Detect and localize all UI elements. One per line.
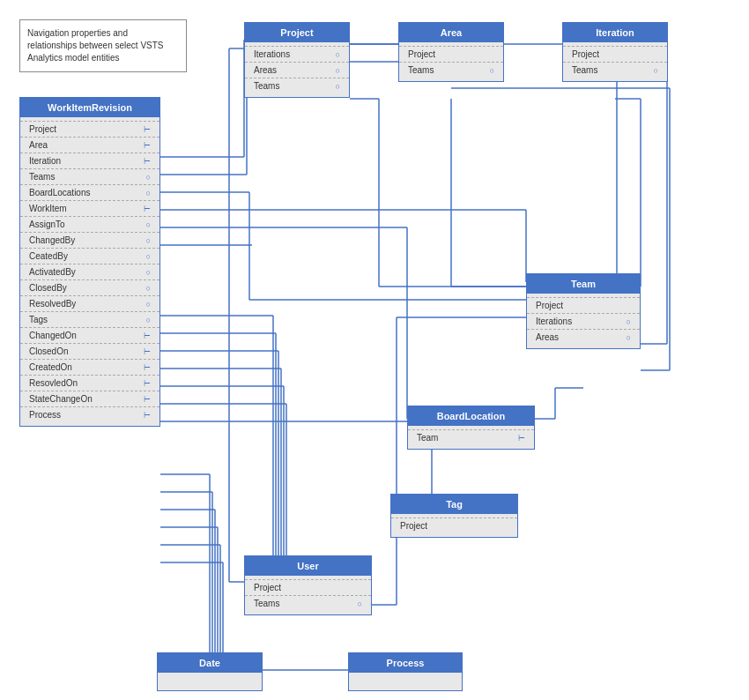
entity-boardlocation-header: BoardLocation (408, 406, 534, 426)
entity-process-body (349, 673, 462, 690)
field-wir-closedon: ClosedOn⊢ (20, 343, 159, 359)
entity-area: Area Project Teams○ (398, 22, 504, 82)
entity-user: User Project Teams○ (244, 555, 372, 615)
field-wir-createdon: CreatedOn⊢ (20, 359, 159, 375)
entity-workitemrevision: WorkItemRevision Project⊢ Area⊢ Iteratio… (19, 97, 160, 427)
field-proj-areas: Areas○ (245, 62, 349, 78)
field-wir-closedby: ClosedBy○ (20, 279, 159, 295)
entity-workitemrevision-header: WorkItemRevision (20, 98, 159, 117)
entity-user-header: User (245, 556, 371, 576)
field-wir-process: Process⊢ (20, 406, 159, 422)
field-team-project: Project (527, 297, 640, 313)
field-wir-boardlocations: BoardLocations○ (20, 184, 159, 200)
entity-area-header: Area (399, 23, 503, 42)
entity-project-header: Project (245, 23, 349, 42)
field-wir-project: Project⊢ (20, 121, 159, 137)
field-proj-iterations: Iterations○ (245, 46, 349, 62)
field-area-project: Project (399, 46, 503, 62)
field-iter-teams: Teams○ (563, 62, 667, 78)
field-wir-iteration: Iteration⊢ (20, 153, 159, 168)
entity-team-body: Project Iterations○ Areas○ (527, 294, 640, 348)
field-wir-teams: Teams○ (20, 168, 159, 184)
entity-team: Team Project Iterations○ Areas○ (526, 273, 641, 349)
note-text: Navigation properties and relationships … (27, 28, 164, 63)
field-wir-statechangeon: StateChangeOn⊢ (20, 391, 159, 406)
entity-process: Process (348, 652, 463, 691)
entity-team-header: Team (527, 274, 640, 294)
entity-process-header: Process (349, 653, 462, 673)
entity-project: Project Iterations○ Areas○ Teams○ (244, 22, 350, 98)
entity-date-body (158, 673, 262, 690)
entity-tag-body: Project (391, 514, 517, 537)
field-iter-project: Project (563, 46, 667, 62)
field-wir-resolvedby: ResolvedBy○ (20, 295, 159, 311)
field-team-areas: Areas○ (527, 329, 640, 345)
field-user-project: Project (245, 579, 371, 595)
entity-iteration-header: Iteration (563, 23, 667, 42)
diagram-container: Navigation properties and relationships … (0, 0, 749, 700)
field-wir-ceatedby: CeatedBy○ (20, 248, 159, 264)
field-user-teams: Teams○ (245, 595, 371, 611)
field-wir-assignto: AssignTo○ (20, 216, 159, 232)
field-bl-team: Team⊢ (408, 429, 534, 445)
entity-tag: Tag Project (390, 494, 518, 538)
entity-boardlocation: BoardLocation Team⊢ (407, 406, 535, 450)
field-wir-tags: Tags○ (20, 311, 159, 327)
field-proj-teams: Teams○ (245, 78, 349, 93)
field-wir-activatedby: ActivatedBy○ (20, 264, 159, 279)
entity-tag-header: Tag (391, 495, 517, 514)
field-wir-changedon: ChangedOn⊢ (20, 327, 159, 343)
entity-workitemrevision-body: Project⊢ Area⊢ Iteration⊢ Teams○ BoardLo… (20, 117, 159, 426)
entity-area-body: Project Teams○ (399, 42, 503, 81)
field-wir-workitem: WorkItem⊢ (20, 200, 159, 216)
field-wir-area: Area⊢ (20, 137, 159, 153)
field-area-teams: Teams○ (399, 62, 503, 78)
note-box: Navigation properties and relationships … (19, 19, 187, 72)
entity-date: Date (157, 652, 263, 691)
field-wir-changedby: ChangedBy○ (20, 232, 159, 248)
entity-iteration: Iteration Project Teams○ (562, 22, 668, 82)
entity-user-body: Project Teams○ (245, 576, 371, 614)
field-wir-resovledon: ResovledOn⊢ (20, 375, 159, 391)
entity-iteration-body: Project Teams○ (563, 42, 667, 81)
entity-date-header: Date (158, 653, 262, 673)
entity-project-body: Iterations○ Areas○ Teams○ (245, 42, 349, 97)
field-team-iterations: Iterations○ (527, 313, 640, 329)
field-tag-project: Project (391, 518, 517, 533)
entity-boardlocation-body: Team⊢ (408, 426, 534, 449)
